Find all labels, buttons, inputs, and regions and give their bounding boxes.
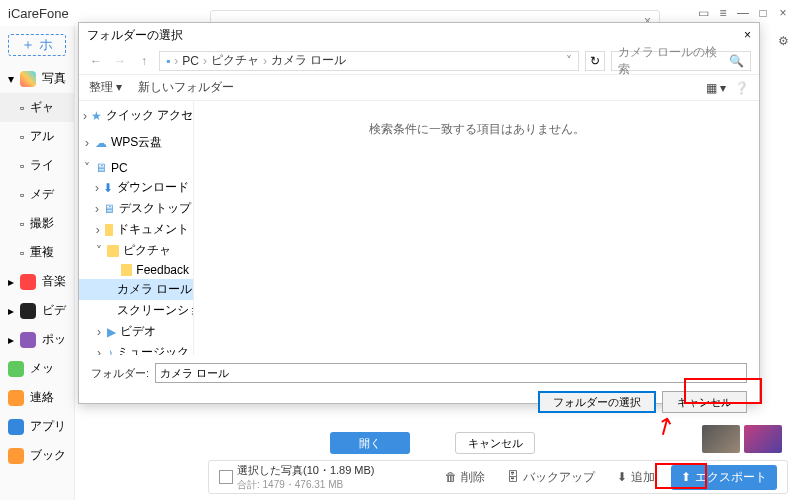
sidebar-sub[interactable]: ▫ ライ <box>0 151 74 180</box>
up-icon[interactable]: ↑ <box>135 52 153 70</box>
empty-message: 検索条件に一致する項目はありません。 <box>369 121 585 138</box>
podcast-icon <box>20 332 36 348</box>
music-icon <box>20 274 36 290</box>
selected-text: 選択した写真(10・1.89 MB) <box>237 464 375 476</box>
add-button[interactable]: ⬇追加 <box>611 466 661 489</box>
minimize-icon[interactable]: — <box>734 4 752 22</box>
thumbnails <box>702 425 782 453</box>
bg-cancel-button[interactable]: キャンセル <box>455 432 535 454</box>
back-icon[interactable]: ← <box>87 52 105 70</box>
folder-label: フォルダー: <box>91 366 149 381</box>
thumbnail[interactable] <box>702 425 740 453</box>
sidebar-item-apps[interactable]: アプリ <box>0 412 74 441</box>
sidebar-item-contacts[interactable]: 連絡 <box>0 383 74 412</box>
tree-quick-access[interactable]: ›★ クイック アクセス <box>79 105 193 126</box>
tree-documents[interactable]: › ドキュメント <box>79 219 193 240</box>
contacts-icon <box>8 390 24 406</box>
apps-icon <box>8 419 24 435</box>
help-icon[interactable]: ❔ <box>734 81 749 95</box>
organize-menu[interactable]: 整理 ▾ <box>89 79 122 96</box>
thumbnail[interactable] <box>744 425 782 453</box>
sidebar-sub[interactable]: ▫ ギャ <box>0 93 74 122</box>
sidebar-sub[interactable]: ▫ 重複 <box>0 238 74 267</box>
close-icon[interactable]: × <box>744 28 751 42</box>
select-all-checkbox[interactable] <box>219 470 233 484</box>
breadcrumb[interactable]: ▪› PC› ピクチャ› カメラ ロール ˅ <box>159 51 579 71</box>
add-button[interactable]: ＋ ホ <box>8 34 66 56</box>
select-folder-button[interactable]: フォルダーの選択 <box>538 391 656 413</box>
sidebar-item-photos[interactable]: ▾ 写真 <box>0 64 74 93</box>
file-pane: 検索条件に一致する項目はありません。 <box>194 101 759 355</box>
tree-screenshots[interactable]: スクリーンショット <box>79 300 193 321</box>
view-icon[interactable]: ▦ ▾ <box>706 81 726 95</box>
sidebar-sub[interactable]: ▫ アル <box>0 122 74 151</box>
refresh-icon[interactable]: ↻ <box>585 51 605 71</box>
tree-downloads[interactable]: ›⬇ ダウンロード <box>79 177 193 198</box>
book-icon[interactable]: ▭ <box>694 4 712 22</box>
dialog-title: フォルダーの選択 <box>87 27 183 44</box>
maximize-icon[interactable]: □ <box>754 4 772 22</box>
books-icon <box>8 448 24 464</box>
backup-button[interactable]: 🗄バックアップ <box>501 466 601 489</box>
sidebar-item-msg[interactable]: メッ <box>0 354 74 383</box>
folder-select-dialog: フォルダーの選択 × ← → ↑ ▪› PC› ピクチャ› カメラ ロール ˅ … <box>78 22 760 404</box>
tree-camera-roll[interactable]: カメラ ロール <box>79 279 193 300</box>
folder-input[interactable] <box>155 363 747 383</box>
tree-wps[interactable]: ›☁ WPS云盘 <box>79 132 193 153</box>
app-title: iCareFone <box>8 6 69 21</box>
sidebar-item-podcast[interactable]: ▸ ポッ <box>0 325 74 354</box>
gear-icon[interactable]: ⚙ <box>774 32 792 50</box>
tree-feedback[interactable]: Feedback <box>79 261 193 279</box>
sidebar-sub[interactable]: ▫ メデ <box>0 180 74 209</box>
forward-icon[interactable]: → <box>111 52 129 70</box>
cancel-button[interactable]: キャンセル <box>662 391 747 413</box>
search-icon: 🔍 <box>729 54 744 68</box>
folder-tree: ›★ クイック アクセス ›☁ WPS云盘 ˅🖥 PC ›⬇ ダウンロード ›🖥… <box>79 101 194 355</box>
download-icon: ⬇ <box>617 470 627 484</box>
video-icon <box>20 303 36 319</box>
message-icon <box>8 361 24 377</box>
tree-desktop[interactable]: ›🖥 デスクトップ <box>79 198 193 219</box>
delete-button[interactable]: 🗑削除 <box>439 466 491 489</box>
sidebar-item-books[interactable]: ブック <box>0 441 74 470</box>
menu-icon[interactable]: ≡ <box>714 4 732 22</box>
tree-pictures[interactable]: ˅ ピクチャ <box>79 240 193 261</box>
sidebar-item-music[interactable]: ▸ 音楽 <box>0 267 74 296</box>
photos-icon <box>20 71 36 87</box>
close-icon[interactable]: × <box>774 4 792 22</box>
tree-music[interactable]: ›♪ ミュージック <box>79 342 193 355</box>
tree-pc[interactable]: ˅🖥 PC <box>79 159 193 177</box>
sidebar-sub[interactable]: ▫ 撮影 <box>0 209 74 238</box>
sidebar: ＋ ホ ▾ 写真 ▫ ギャ ▫ アル ▫ ライ ▫ メデ ▫ 撮影 ▫ 重複 ▸… <box>0 26 75 500</box>
sidebar-item-video[interactable]: ▸ ビデ <box>0 296 74 325</box>
upload-icon: ⬆ <box>681 470 691 484</box>
total-text: 合計: 1479・476.31 MB <box>237 478 375 492</box>
new-folder-button[interactable]: 新しいフォルダー <box>138 79 234 96</box>
bottom-bar: 選択した写真(10・1.89 MB) 合計: 1479・476.31 MB 🗑削… <box>208 460 788 494</box>
bg-open-button[interactable]: 開く <box>330 432 410 454</box>
search-input[interactable]: カメラ ロールの検索🔍 <box>611 51 751 71</box>
trash-icon: 🗑 <box>445 470 457 484</box>
export-button[interactable]: ⬆エクスポート <box>671 465 777 490</box>
tree-video[interactable]: ›▶ ビデオ <box>79 321 193 342</box>
backup-icon: 🗄 <box>507 470 519 484</box>
